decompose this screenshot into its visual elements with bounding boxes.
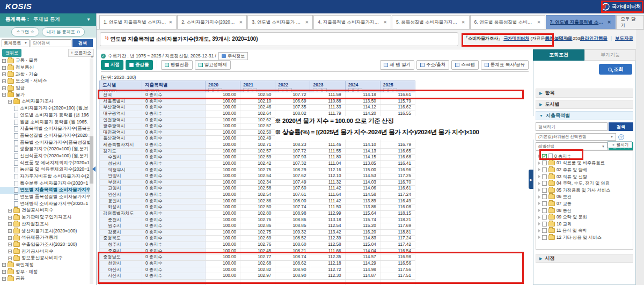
tree-expand-arrow-icon[interactable] <box>538 168 540 171</box>
tree-expand-icon[interactable]: + <box>8 257 12 260</box>
close-icon[interactable]: ✕ <box>608 20 611 25</box>
checkbox-tree-item[interactable]: 11 음식 및 숙박 <box>538 228 633 235</box>
checkbox-tree-item[interactable]: 09 오락 및 문화 <box>538 214 633 221</box>
tree-expand-icon[interactable]: + <box>2 86 6 90</box>
checkbox[interactable] <box>542 201 547 206</box>
sidebar-tree-item[interactable]: +과학 · 기술 <box>0 71 90 78</box>
checkbox-tree-item[interactable]: 03 의류 및 신발 <box>538 173 633 180</box>
close-icon[interactable]: ✕ <box>462 20 465 25</box>
document-tab[interactable]: 4. 지출목적별 소비자물가지수(…✕ <box>313 15 391 29</box>
kosis-logo[interactable]: KOSIS <box>5 2 32 11</box>
sidebar-tree-item[interactable]: −물가 <box>0 91 90 98</box>
stat-list-menubar[interactable]: 통계목록 : 주제별 통계 ▼ <box>0 13 96 26</box>
sidebar-tree-item[interactable]: 생활물가지수(2020=100) (월,분기 <box>0 146 90 153</box>
checkbox-tree-item[interactable]: 02 주류 및 담배 <box>538 166 633 173</box>
sidebar-tree-item[interactable]: +건설공사비지수 <box>0 207 90 214</box>
word-search-input[interactable] <box>31 39 71 47</box>
expand-tree-button[interactable]: ＋ 펼치기 <box>608 141 632 148</box>
sidebar-tree-item[interactable]: 연쇄방식 소비자물가지수(2020=1 <box>0 200 90 207</box>
document-tab[interactable]: 1. 연도별 지출목적별 소비자물…✕ <box>99 15 177 29</box>
tree-expand-icon[interactable]: + <box>2 277 6 281</box>
tree-expand-icon[interactable]: + <box>8 222 12 226</box>
tree-expand-arrow-icon[interactable] <box>538 202 540 205</box>
tree-expand-arrow-icon[interactable] <box>538 195 540 199</box>
checkbox-tree-item[interactable]: 12 기타 상품 및 서비스 <box>538 234 633 241</box>
panel-search-input[interactable] <box>536 122 608 131</box>
sidebar-tree-item[interactable]: 연도별 품목성질별 소비자물가지수 <box>0 194 90 201</box>
time-button[interactable]: 시점 <box>101 60 123 70</box>
transpose-button[interactable]: 행렬전환 <box>161 60 193 70</box>
tree-expand-icon[interactable]: − <box>8 100 12 104</box>
close-all-tabs-button[interactable]: 모두 닫기 <box>616 15 644 29</box>
scroll-up-icon[interactable]: ▲ <box>90 54 94 58</box>
tree-expand-arrow-icon[interactable] <box>538 175 540 178</box>
viewed-tables-button[interactable]: 내가 본 통계표⊙ <box>42 27 85 36</box>
tree-expand-arrow-icon[interactable] <box>538 188 540 192</box>
tree-expand-arrow-icon[interactable] <box>538 222 540 225</box>
sidebar-tree-item[interactable]: +정보통신공사비지수 <box>0 255 90 262</box>
doc-link[interactable]: 보도자료 <box>615 35 633 42</box>
checkbox[interactable] <box>542 174 547 179</box>
sidebar-tree-item[interactable]: 월별 소비자물가 등락률 (월 1965. <box>0 119 90 126</box>
checkbox[interactable] <box>542 181 547 186</box>
tree-expand-icon[interactable]: + <box>2 59 6 63</box>
tree-expand-arrow-icon[interactable] <box>538 229 540 232</box>
tree-expand-arrow-icon[interactable] <box>538 162 540 165</box>
accordion-time[interactable]: ▶시점 <box>536 254 633 263</box>
sidebar-tree-item[interactable]: +수출입물가조사(2020=100) <box>0 242 90 249</box>
checkbox-tree-item[interactable]: 04 주택, 수도, 전기 및 연료 <box>538 180 633 187</box>
accordion-purpose[interactable]: ▼지출목적별 <box>536 111 633 120</box>
sidebar-search-button[interactable]: 검색 <box>72 39 93 47</box>
close-icon[interactable]: ✕ <box>537 20 541 25</box>
sidebar-tree-item[interactable]: +교통 · 물류 <box>0 57 90 64</box>
sidebar-tree-item[interactable]: +전기공사비지수 <box>0 248 90 255</box>
tree-expand-icon[interactable]: + <box>2 66 6 70</box>
close-icon[interactable]: ✕ <box>305 20 309 25</box>
sidebar-tree-item[interactable]: +임금 <box>0 85 90 92</box>
tree-expand-arrow-icon[interactable] <box>538 209 540 212</box>
sidebar-tree-item[interactable]: +산지쌀값조사 <box>0 221 90 228</box>
checkbox[interactable] <box>542 208 547 213</box>
help-icon[interactable]: ? <box>618 134 624 140</box>
document-tab[interactable]: 6. 연도별 품목성질별 소비자물…✕ <box>470 15 545 29</box>
sidebar-tree-item[interactable]: 농산물 및 석유류제외지수(2020=1 <box>0 166 90 173</box>
document-tab[interactable]: 7. 연도별 지출목적별 소비자물…✕ <box>546 15 616 29</box>
sidebar-tree-item[interactable]: 연도별 지출목적별 소비자물가지수 <box>0 187 90 194</box>
sidebar-tree-item[interactable]: 특수분류 소비자물가지수(2020=1 <box>0 180 90 187</box>
doc-link[interactable]: 온라인간행물 <box>580 35 608 42</box>
new-tab-button[interactable]: 새 탭 열기 <box>380 60 414 70</box>
tree-expand-icon[interactable]: + <box>8 250 12 253</box>
tree-expand-arrow-icon[interactable] <box>538 216 540 219</box>
sidebar-tree-item[interactable]: 연도별 소비자물가 등락률 (년 196 <box>0 112 90 119</box>
address-source-button[interactable]: 주소/출처 <box>416 60 449 70</box>
tree-expand-icon[interactable]: + <box>8 216 12 220</box>
sidebar-tree-item[interactable]: 신선식품지수(2020=100) (월,분기 <box>0 153 90 160</box>
unfreeze-column-button[interactable]: 열고정해제 <box>195 60 231 70</box>
tree-expand-icon[interactable]: + <box>2 270 6 274</box>
tree-expand-icon[interactable]: + <box>8 236 12 240</box>
document-tab[interactable]: 3. 연도별 소비자물가 등락률✕ <box>247 15 313 29</box>
checkbox[interactable] <box>542 215 547 220</box>
document-tab[interactable]: 5. 품목성질별 소비자물가지수(…✕ <box>392 15 470 29</box>
tree-expand-icon[interactable]: + <box>8 209 12 213</box>
sidebar-tree-item[interactable]: 지출목적별 소비자물가지수(품목포 <box>0 126 90 133</box>
tree-expand-icon[interactable]: + <box>2 79 6 83</box>
close-icon[interactable]: ✕ <box>239 20 243 25</box>
sidebar-tree-item[interactable]: +농가판매및구입가격조사 <box>0 214 90 221</box>
sidebar-tree-item[interactable]: +국민계정 <box>0 262 90 269</box>
search-category-select[interactable]: 통계목록▼ <box>2 39 30 47</box>
collapse-left-panel-icon[interactable] <box>92 166 96 172</box>
sidebar-tree-item[interactable]: −소비자물가조사 <box>0 98 90 105</box>
checkbox[interactable] <box>542 188 547 193</box>
tree-expand-icon[interactable]: + <box>2 72 6 76</box>
tree-expand-arrow-icon[interactable] <box>538 236 540 239</box>
checkbox[interactable] <box>542 167 547 172</box>
sidebar-tree-item[interactable]: +정부 · 재정 <box>0 268 90 275</box>
sidebar-tree-item[interactable]: 품목별 소비자물가지수(품목성질별 <box>0 139 90 146</box>
checkbox[interactable] <box>542 228 547 233</box>
rate-button[interactable]: 증감률 <box>126 60 153 70</box>
checkbox[interactable] <box>542 194 547 199</box>
tree-expand-icon[interactable]: + <box>2 263 6 267</box>
copy-share-button[interactable]: 통계표 복사/공유 <box>481 60 529 70</box>
tree-expand-icon[interactable]: + <box>8 229 12 233</box>
